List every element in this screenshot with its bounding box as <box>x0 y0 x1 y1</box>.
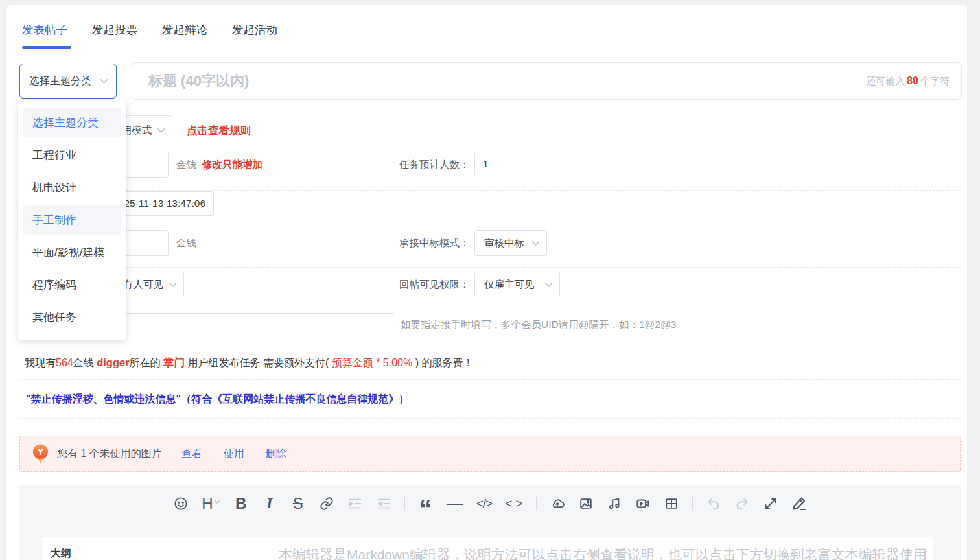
balance-amount: 564 <box>56 357 73 368</box>
pencil-icon[interactable] <box>791 495 807 513</box>
tab-debate[interactable]: 发起辩论 <box>162 22 207 38</box>
strikethrough-icon[interactable]: S <box>290 495 306 513</box>
editor-content-area[interactable]: 大纲 本编辑器是Markdown编辑器，说明方法可以点击右侧查看说明，也可以点击… <box>42 537 933 560</box>
user-group: 掌门 <box>163 356 185 368</box>
chevron-down-icon <box>169 282 177 288</box>
assignee-hint: 如要指定接手时填写，多个会员UID请用@隔开，如：1@2@3 <box>401 318 676 332</box>
delete-image-link[interactable]: 删除 <box>255 447 297 461</box>
editor-toolbar: H B I S “ — </> < > <box>19 485 961 522</box>
win-mode-label: 承接中标模式： <box>399 237 470 250</box>
toolbar-divider <box>692 497 693 510</box>
dropdown-item-programming[interactable]: 程序编码 <box>23 270 121 299</box>
tab-activity[interactable]: 发起活动 <box>232 22 277 38</box>
divider <box>19 344 961 344</box>
svg-text:Y: Y <box>36 447 44 457</box>
budget-note: 修改只能增加 <box>202 158 262 172</box>
dropdown-item-engineering[interactable]: 工程行业 <box>23 141 121 170</box>
active-tab-underline <box>22 46 71 49</box>
view-image-link[interactable]: 查看 <box>171 447 213 461</box>
video-icon[interactable] <box>635 495 651 513</box>
main-card: 发表帖子 发起投票 发起辩论 发起活动 选择主题分类 标题 (40字以内) 还可… <box>6 5 967 560</box>
tab-post[interactable]: 发表帖子 <box>22 22 67 38</box>
divider <box>6 52 967 52</box>
people-label: 任务预计人数： <box>399 158 470 172</box>
fee-statement: 我现有564金钱 digger所在的 掌门 用户组发布任务 需要额外支付( 预算… <box>25 356 473 370</box>
markdown-editor: H B I S “ — </> < > <box>19 485 961 560</box>
dropdown-item-handmade[interactable]: 手工制作 <box>23 205 121 235</box>
category-select-label: 选择主题分类 <box>29 75 95 88</box>
code-block-icon[interactable]: </> <box>476 495 492 513</box>
chevron-down-icon <box>544 282 553 288</box>
divider <box>19 267 961 268</box>
dropdown-item-graphics[interactable]: 平面/影视/建模 <box>23 238 121 267</box>
reward-unit-label: 金钱 <box>176 237 196 250</box>
win-mode-select[interactable]: 审核中标 <box>474 230 547 256</box>
chevron-down-icon <box>157 128 165 134</box>
upload-icon[interactable] <box>550 495 565 513</box>
people-input[interactable]: 1 <box>474 152 542 176</box>
notice-text: 您有 1 个未使用的图片 <box>57 447 162 461</box>
indent-icon[interactable] <box>347 495 363 513</box>
chevron-down-icon <box>531 240 540 246</box>
outdent-icon[interactable] <box>376 495 391 513</box>
bulb-icon: Y <box>32 444 49 464</box>
unused-image-notice: Y 您有 1 个未使用的图片 查看 使用 删除 <box>19 436 961 472</box>
divider <box>19 418 961 419</box>
heading-icon[interactable]: H <box>202 495 220 513</box>
divider <box>19 190 961 191</box>
divider <box>19 305 961 305</box>
title-input[interactable]: 标题 (40字以内) 还可输入80个字符 <box>130 62 962 100</box>
tab-bar: 发表帖子 发起投票 发起辩论 发起活动 <box>22 22 277 38</box>
bold-icon[interactable]: B <box>233 495 249 513</box>
redo-icon[interactable] <box>734 495 750 513</box>
editor-placeholder: 本编辑器是Markdown编辑器，说明方法可以点击右侧查看说明，也可以点击下方切… <box>279 546 927 560</box>
char-counter: 还可输入80个字符 <box>866 75 950 88</box>
quote-icon[interactable]: “ <box>418 495 434 513</box>
chars-remaining: 80 <box>905 75 920 86</box>
toolbar-divider <box>536 497 537 510</box>
divider <box>19 229 961 229</box>
outline-label: 大纲 <box>51 547 71 560</box>
category-dropdown-panel: 选择主题分类 工程行业 机电设计 手工制作 平面/影视/建模 程序编码 其他任务 <box>18 100 126 340</box>
title-placeholder: 标题 (40字以内) <box>148 71 866 91</box>
image-icon[interactable] <box>578 495 594 513</box>
chevron-down-icon <box>100 78 108 84</box>
reply-visibility-select[interactable]: 仅雇主可见 <box>474 272 560 298</box>
music-icon[interactable] <box>607 495 622 513</box>
assignee-input[interactable] <box>120 313 395 336</box>
reply-visibility-label: 回帖可见权限： <box>399 278 470 292</box>
policy-statement: "禁止传播淫秽、色情或违法信息"（符合《互联网站禁止传播不良信息自律规范》） <box>26 393 409 406</box>
table-icon[interactable] <box>664 495 679 513</box>
fee-formula: 预算金额 * 5.00% <box>332 357 412 368</box>
fullscreen-icon[interactable] <box>763 495 778 513</box>
username: digger <box>97 356 129 368</box>
budget-unit-label: 金钱 <box>176 158 196 172</box>
tab-poll[interactable]: 发起投票 <box>92 22 137 38</box>
toolbar-divider <box>404 497 405 510</box>
inline-code-icon[interactable]: < > <box>505 495 522 513</box>
italic-icon[interactable]: I <box>262 495 277 513</box>
horizontal-rule-icon[interactable]: — <box>447 495 463 513</box>
category-select[interactable]: 选择主题分类 <box>19 64 117 99</box>
emoji-icon[interactable] <box>173 495 189 513</box>
dropdown-item-mechatronics[interactable]: 机电设计 <box>23 173 121 202</box>
dropdown-item-placeholder[interactable]: 选择主题分类 <box>23 108 121 137</box>
dropdown-item-other[interactable]: 其他任务 <box>23 303 121 332</box>
link-icon[interactable] <box>319 495 334 513</box>
divider <box>19 379 961 380</box>
view-rules-link[interactable]: 点击查看规则 <box>187 124 251 138</box>
use-image-link[interactable]: 使用 <box>213 447 255 461</box>
undo-icon[interactable] <box>706 495 721 513</box>
